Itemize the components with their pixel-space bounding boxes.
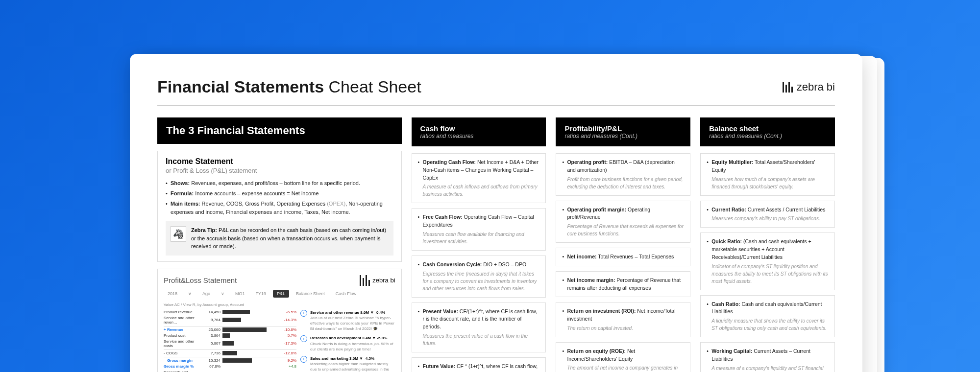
pl-row: Product cost3,864-5.7% — [164, 333, 296, 338]
tab-balance: Balance Sheet — [292, 290, 329, 298]
metric-card: Present Value: CF/(1+r)^t, where CF is c… — [412, 302, 546, 352]
pl-title: Profit&Loss Statement — [164, 276, 237, 284]
metric-card: Working Capital: Current Assets – Curren… — [700, 342, 835, 372]
metric-card: Future Value: CF * (1+r)^t, where CF is … — [412, 357, 546, 372]
metric-card: Operating Cash Flow: Net Income + D&A + … — [412, 153, 546, 203]
profitability-header: Profitability/P&Lratios and measures (Co… — [556, 117, 690, 146]
metric-card: Free Cash Flow: Operating Cash Flow – Ca… — [412, 208, 546, 251]
metric-card: Net income margin: Percentage of Revenue… — [556, 271, 690, 298]
document-page: Financial Statements Cheat Sheet zebra b… — [130, 54, 862, 372]
pl-statement-preview: Profit&Loss Statement zebra bi 2018∨Ago∨… — [157, 269, 402, 372]
pl-hint: Value AC / View R, by Account group, Acc… — [164, 302, 395, 307]
column-main: The 3 Financial Statements Income Statem… — [157, 117, 402, 372]
pl-waterfall: Product revenue14,450-6.5%Service and ot… — [164, 310, 296, 372]
pl-row: Product revenue14,450-6.5% — [164, 310, 296, 314]
logo-bars-icon — [783, 82, 793, 93]
pl-row: Service and other reven…9,764-14.3% — [164, 316, 296, 325]
income-formula: Formula: Income accounts – expense accou… — [166, 189, 393, 198]
column-cashflow: Cash flowratios and measures Operating C… — [412, 117, 546, 372]
pl-row: = Gross margin15,324-9.2% — [164, 357, 296, 363]
pl-note: iSales and marketing 3.0M ▼ -4.5%Marketi… — [300, 356, 395, 372]
income-shows: Shows: Revenues, expenses, and profit/lo… — [166, 179, 393, 187]
metric-card: Operating profit: EBITDA – D&A (deprecia… — [556, 153, 690, 196]
income-statement-section: Income Statement or Profit & Loss (P&L) … — [157, 151, 402, 262]
pl-row: Gross margin %67.8%+4.8 — [164, 364, 296, 369]
pl-row: - COGS7,736-12.8% — [164, 349, 296, 355]
brand-logo: zebra bi — [783, 81, 835, 93]
balance-header: Balance sheetratios and measures (Cont.) — [700, 117, 835, 146]
metric-card: Operating profit margin: Operating profi… — [556, 201, 690, 243]
page-title: Financial Statements Cheat Sheet — [157, 77, 421, 96]
pl-notes: iService and other revenue 8.0M ▼ -0.4%J… — [300, 310, 395, 372]
metric-card: Equity Multiplier: Total Assets/Sharehol… — [700, 153, 835, 196]
tab-cashflow: Cash Flow — [332, 290, 361, 298]
zebra-tip: 🦓 Zebra Tip: P&L can be recorded on the … — [166, 221, 393, 256]
metric-card: Quick Ratio: (Cash and cash equivalents … — [700, 232, 835, 290]
pl-note: iResearch and development 3.4M ▼ -5.8%Ch… — [300, 335, 395, 352]
pl-row: Research and development3,461-6.9% — [164, 370, 296, 372]
income-main-items: Main items: Revenue, COGS, Gross Profit,… — [166, 200, 393, 216]
pl-row: Service and other costs5,807-17.3% — [164, 339, 296, 348]
metric-card: Return on equity (ROE): Net Income/Share… — [556, 342, 690, 372]
pl-note: iService and other revenue 8.0M ▼ -0.4%J… — [300, 310, 395, 332]
income-subtitle: or Profit & Loss (P&L) statement — [166, 167, 393, 174]
pl-logo: zebra bi — [360, 275, 395, 286]
income-title: Income Statement — [166, 157, 393, 166]
main-section-header: The 3 Financial Statements — [157, 117, 402, 144]
metric-card: Net income: Total Revenues – Total Expen… — [556, 248, 690, 266]
metric-card: Current Ratio: Current Assets / Current … — [700, 201, 835, 228]
document-header: Financial Statements Cheat Sheet zebra b… — [157, 77, 835, 106]
column-profitability: Profitability/P&Lratios and measures (Co… — [556, 117, 690, 372]
metric-card: Cash Conversion Cycle: DIO + DSO – DPOEx… — [412, 256, 546, 298]
column-balance: Balance sheetratios and measures (Cont.)… — [700, 117, 835, 372]
metric-card: Return on investment (ROI): Net income/T… — [556, 302, 690, 337]
pl-row: + Revenue23,060-10.8% — [164, 326, 296, 332]
zebra-icon: 🦓 — [171, 226, 186, 242]
metric-card: Cash Ratio: Cash and cash equivalents/Cu… — [700, 295, 835, 338]
cashflow-header: Cash flowratios and measures — [412, 117, 546, 146]
tab-pl: P&L — [273, 290, 289, 298]
pl-tabs: 2018∨Ago∨ MO1FY19 P&L Balance Sheet Cash… — [164, 290, 395, 298]
